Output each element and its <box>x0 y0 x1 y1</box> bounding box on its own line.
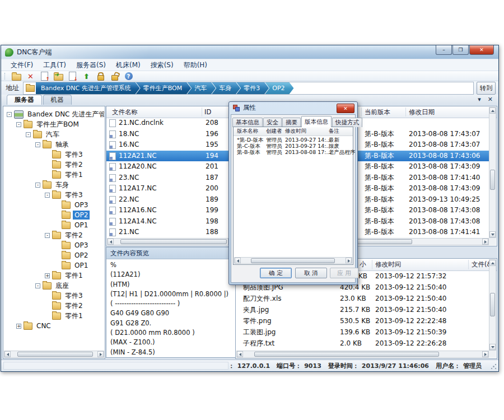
new-folder-icon[interactable] <box>12 72 21 81</box>
tree-expander-icon[interactable]: - <box>26 132 31 137</box>
scroll-up-button[interactable] <box>489 260 496 266</box>
column-header-modify-time[interactable]: 修改时间 <box>285 128 306 135</box>
column-header-modified-time[interactable]: 修改时间 <box>375 260 401 269</box>
delete-icon[interactable]: ✕ <box>26 72 35 81</box>
scroll-down-button[interactable] <box>489 231 496 237</box>
dialog-tab[interactable]: 摘要 <box>282 118 301 127</box>
file-row[interactable]: 112A21.NC194 <box>106 151 235 162</box>
tree-expander-icon[interactable]: - <box>35 183 40 188</box>
column-separator[interactable] <box>468 260 469 269</box>
column-header-filename[interactable]: 文件名称 <box>112 106 138 118</box>
tree-item[interactable]: -零件3 <box>4 190 104 200</box>
tree-item[interactable]: 零件1 <box>4 170 104 180</box>
tree-item[interactable]: -零件生产BOM <box>4 119 104 129</box>
menu-item[interactable]: 服务器(S) <box>71 59 111 71</box>
panel-close-icon[interactable]: ✕ <box>488 96 493 103</box>
version-table-row[interactable]: 第-B-版本管理员2013-08-08 17:...老产品程序 <box>234 149 353 155</box>
tree-item[interactable]: -汽车 <box>4 129 104 139</box>
tree-item[interactable]: OP2 <box>4 210 104 220</box>
scroll-thumb[interactable] <box>251 258 335 263</box>
attachment-row[interactable]: 工装图.jpg139.6 KB2013-09-12 21:50:39 <box>236 326 489 338</box>
column-header-creator[interactable]: 创建者 <box>266 128 282 135</box>
attachment-row[interactable]: 子程序.txt2.0 KB2013-09-12 22:26:28 <box>236 338 489 349</box>
scroll-right-button[interactable] <box>482 239 488 245</box>
menu-item[interactable]: 机床(M) <box>111 59 146 71</box>
breadcrumb-segment[interactable]: Bandex DNC 先进生产管理系统 <box>36 82 140 94</box>
file-row[interactable]: 112A14.NC198 <box>106 216 235 227</box>
tree-item[interactable]: OP1 <box>4 220 104 230</box>
column-header-version-name[interactable]: 版本名称 <box>237 128 258 135</box>
tree-item[interactable]: -零件2 <box>4 230 104 240</box>
scroll-thumb[interactable] <box>490 170 495 190</box>
column-separator[interactable] <box>202 108 202 116</box>
tree-item[interactable]: 零件2 <box>4 160 104 170</box>
minimize-button[interactable]: – <box>436 45 452 55</box>
column-header-modified-date[interactable]: 修改日期 <box>409 106 435 118</box>
tree-expander-icon[interactable]: - <box>16 122 21 127</box>
tree-item[interactable]: -轴承 <box>4 139 104 150</box>
file-row[interactable]: 112A17.NC200 <box>106 183 235 194</box>
file-row[interactable]: 112A20.NC201 <box>106 161 235 172</box>
tree-expander-icon[interactable]: - <box>35 283 40 288</box>
dialog-tab[interactable]: 安全 <box>263 118 282 127</box>
menu-item[interactable]: 工具(T) <box>38 59 71 71</box>
scroll-up-button[interactable] <box>489 108 496 114</box>
tree-item[interactable]: OP3 <box>4 240 104 250</box>
tree-item[interactable]: 零件2 <box>4 301 104 311</box>
tree-expander-icon[interactable]: - <box>45 233 50 238</box>
scroll-left-button[interactable] <box>108 239 114 245</box>
attachment-row[interactable]: 夹具.jpg215.7 KB2013-09-12 21:50:40 <box>236 304 489 315</box>
file-row[interactable]: 21.NC188 <box>106 227 235 238</box>
column-header-id[interactable]: ID <box>204 106 211 118</box>
column-header-remark[interactable]: 备注 <box>329 128 339 135</box>
breadcrumb-segment[interactable]: 零件生产BOM <box>136 82 192 94</box>
file-row[interactable]: 23.NC187 <box>106 172 235 184</box>
tree-expander-icon[interactable]: + <box>45 273 50 278</box>
tree-item[interactable]: OP2 <box>4 250 104 260</box>
resize-grip[interactable] <box>491 363 497 370</box>
version-table-row[interactable]: *第-D-版本管理员2013-09-27 14:...最新 <box>234 137 353 143</box>
breadcrumb-segment[interactable]: 车身 <box>212 82 240 94</box>
version-table-row[interactable]: 第-C-版本管理员2013-09-27 14:...报废 <box>234 143 353 149</box>
upload-icon[interactable]: ⬆ <box>82 72 91 81</box>
tree-item[interactable]: -Bandex DNC 先进生产管理系统 <box>4 109 104 119</box>
lock-icon[interactable] <box>96 72 105 81</box>
go-button[interactable]: 转到 <box>477 82 496 95</box>
tree-expander-icon[interactable]: - <box>45 193 50 198</box>
file-row[interactable]: 21.NC.dnclnk208 <box>106 118 235 129</box>
tab-server[interactable]: 服务器 <box>7 95 42 105</box>
checkout-file-icon[interactable]: ↑ <box>40 72 49 81</box>
dialog-scrollbar-horizontal[interactable] <box>234 257 352 264</box>
column-header-size[interactable]: 小 <box>360 260 366 269</box>
scroll-right-button[interactable] <box>97 351 104 357</box>
tree-item[interactable]: OP3 <box>4 200 104 210</box>
scroll-down-button[interactable] <box>489 344 496 350</box>
panel-collapse-icon[interactable]: ▾ <box>478 96 481 103</box>
scroll-thumb[interactable] <box>17 352 93 357</box>
tree-item[interactable]: 零件3 <box>4 150 104 160</box>
cancel-button[interactable]: 取 消 <box>295 268 327 278</box>
help-icon[interactable]: ? <box>124 72 133 81</box>
file-row[interactable]: 16.NC195 <box>106 139 235 151</box>
breadcrumb-segment[interactable]: 零件3 <box>236 82 269 94</box>
menu-item[interactable]: 帮助(H) <box>179 59 212 71</box>
close-button[interactable]: ✕ <box>469 45 494 55</box>
restore-button[interactable]: ❐ <box>452 45 469 55</box>
dialog-tab[interactable]: 快捷方式 <box>332 118 362 127</box>
breadcrumb-segment[interactable]: 汽车 <box>187 82 216 94</box>
scroll-thumb[interactable] <box>254 352 439 357</box>
dialog-tab[interactable]: 基本信息 <box>232 118 263 127</box>
tree-item[interactable]: -车身 <box>4 180 104 190</box>
file-row[interactable]: 112A16.NC199 <box>106 205 235 216</box>
send-to-folder-icon[interactable]: ➜ <box>54 72 63 81</box>
breadcrumb-segment[interactable]: OP2 <box>265 82 293 94</box>
file-row[interactable]: 18.NC196 <box>106 129 235 140</box>
attachment-row[interactable]: 配刀文件.xls23.0 KB2013-09-12 21:50:40 <box>236 293 489 304</box>
tree-item[interactable]: 零件1 <box>4 311 104 321</box>
dialog-titlebar[interactable]: 属性 ✕ <box>229 102 357 114</box>
attachments-scrollbar-horizontal[interactable] <box>236 351 489 358</box>
tree-expander-icon[interactable]: - <box>7 112 12 117</box>
file-row[interactable]: 22.NC189 <box>106 194 235 206</box>
scroll-left-button[interactable] <box>4 351 11 357</box>
ok-button[interactable]: 确 定 <box>260 268 292 278</box>
